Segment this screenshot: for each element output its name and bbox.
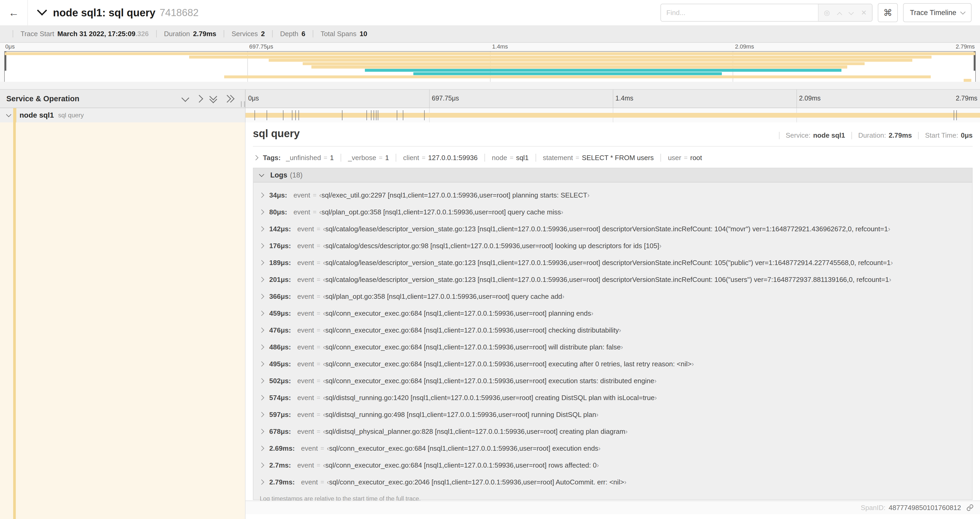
close-quote: › bbox=[596, 410, 598, 419]
trace-view-selector[interactable]: Trace Timeline bbox=[903, 3, 972, 22]
log-value: sql/catalog/lease/descriptor_version_sta… bbox=[325, 259, 891, 267]
divider bbox=[396, 154, 396, 162]
column-resizer-handle[interactable] bbox=[241, 101, 245, 107]
log-timestamp: 176μs: bbox=[269, 242, 291, 250]
tick-label: 2.79ms bbox=[956, 43, 975, 50]
open-quote: ‹ bbox=[323, 461, 325, 469]
logs-accordion: Logs (18) 34μs: event = ‹sql/exec_util.g… bbox=[253, 168, 973, 500]
span-tree-node[interactable]: node sql1 sql query bbox=[0, 108, 245, 122]
log-timestamp: 201μs: bbox=[269, 276, 291, 284]
find-input[interactable] bbox=[661, 4, 818, 21]
tag-item: user = root bbox=[668, 154, 702, 162]
tick-label: 0μs bbox=[5, 43, 15, 50]
span-timeline-cell[interactable] bbox=[245, 108, 980, 122]
log-marker bbox=[255, 110, 255, 120]
log-timestamp: 574μs: bbox=[269, 394, 291, 402]
log-entry[interactable]: 2.79ms: event = ‹sql/conn_executor_exec.… bbox=[253, 474, 972, 490]
log-timestamp: 459μs: bbox=[269, 309, 291, 318]
summary-label: Duration bbox=[164, 30, 190, 38]
log-timestamp: 2.69ms: bbox=[269, 444, 295, 452]
find-group: ◎ ✕ bbox=[660, 4, 872, 22]
collapse-one-chevron-down-icon[interactable] bbox=[183, 96, 188, 102]
minimap-canvas[interactable] bbox=[4, 51, 976, 83]
log-timestamp: 34μs: bbox=[269, 191, 287, 200]
trace-summary-item: Total Spans 10 bbox=[305, 30, 367, 38]
trace-view-selector-label: Trace Timeline bbox=[910, 9, 956, 17]
find-clear-icon[interactable]: ✕ bbox=[861, 9, 867, 16]
tick-label: 0μs bbox=[248, 94, 259, 102]
divider bbox=[484, 154, 485, 162]
equals-sign: = bbox=[317, 394, 320, 401]
row-chevron-down-icon[interactable] bbox=[6, 112, 11, 117]
log-entry[interactable]: 2.69ms: event = ‹sql/conn_executor_exec.… bbox=[253, 440, 972, 457]
log-entry[interactable]: 80μs: event = ‹sql/plan_opt.go:358 [nsql… bbox=[253, 204, 972, 220]
tick-label: 2.09ms bbox=[733, 43, 754, 50]
open-quote: ‹ bbox=[323, 276, 325, 284]
span-detail-title: sql query bbox=[253, 128, 300, 139]
log-marker bbox=[267, 110, 267, 120]
span-row[interactable]: node sql1 sql query bbox=[0, 108, 980, 122]
summary-label: Services bbox=[232, 30, 258, 38]
trace-summary-item: Depth 6 bbox=[265, 30, 305, 38]
summary-value-suffix: .326 bbox=[135, 30, 149, 38]
log-entry[interactable]: 597μs: event = ‹sql/distsql_running.go:4… bbox=[253, 406, 972, 423]
log-entry[interactable]: 176μs: event = ‹sql/catalog/descs/descri… bbox=[253, 237, 972, 254]
find-prev-chevron-up-icon[interactable] bbox=[838, 9, 842, 16]
log-entry[interactable]: 2.7ms: event = ‹sql/conn_executor_exec.g… bbox=[253, 457, 972, 474]
log-marker bbox=[342, 110, 342, 120]
log-timestamp: 476μs: bbox=[269, 326, 291, 334]
log-timestamp: 486μs: bbox=[269, 343, 291, 351]
divider bbox=[224, 30, 224, 37]
log-timestamp: 495μs: bbox=[269, 360, 291, 368]
find-next-chevron-down-icon[interactable] bbox=[850, 9, 853, 16]
minimap-span bbox=[312, 65, 847, 68]
timeline-ticks-header: 0μs 697.75μs 1.4ms 2.09ms 2.79ms bbox=[245, 89, 980, 108]
logs-header[interactable]: Logs (18) bbox=[253, 168, 972, 182]
log-entry[interactable]: 459μs: event = ‹sql/conn_executor_exec.g… bbox=[253, 305, 972, 322]
log-entry[interactable]: 678μs: event = ‹sql/distsql_physical_pla… bbox=[253, 423, 972, 440]
log-entry[interactable]: 201μs: event = ‹sql/catalog/lease/descri… bbox=[253, 271, 972, 288]
log-value: sql/catalog/lease/descriptor_version_sta… bbox=[325, 225, 888, 233]
close-quote: › bbox=[625, 428, 628, 436]
log-timestamp: 678μs: bbox=[269, 428, 291, 436]
minimap-span bbox=[413, 72, 722, 75]
meta-value: 0μs bbox=[961, 131, 973, 139]
open-quote: ‹ bbox=[323, 292, 325, 301]
collapse-all-double-chevron-down-icon[interactable] bbox=[210, 94, 216, 103]
divider bbox=[156, 30, 157, 37]
log-entry[interactable]: 34μs: event = ‹sql/exec_util.go:2297 [ns… bbox=[253, 187, 972, 204]
locate-icon[interactable]: ◎ bbox=[824, 9, 830, 16]
divider bbox=[536, 154, 536, 162]
log-entry[interactable]: 366μs: event = ‹sql/plan_opt.go:358 [nsq… bbox=[253, 288, 972, 305]
expand-all-double-chevron-right-icon[interactable] bbox=[224, 96, 234, 102]
equals-sign: = bbox=[317, 293, 320, 300]
log-chevron-right-icon bbox=[259, 361, 264, 367]
tag-key: client bbox=[403, 154, 419, 162]
log-marker bbox=[424, 110, 425, 120]
close-quote: › bbox=[889, 276, 891, 284]
log-entry[interactable]: 486μs: event = ‹sql/conn_executor_exec.g… bbox=[253, 339, 972, 356]
logs-title: Logs bbox=[270, 171, 287, 179]
log-value: sql/conn_executor_exec.go:684 [nsql1,cli… bbox=[325, 377, 654, 385]
back-button[interactable]: ← bbox=[0, 0, 28, 25]
minimap-span bbox=[224, 75, 931, 78]
keyboard-shortcuts-button[interactable]: ⌘ bbox=[878, 3, 898, 22]
tag-item: _unfinished = 1 bbox=[286, 154, 348, 162]
log-entry[interactable]: 476μs: event = ‹sql/conn_executor_exec.g… bbox=[253, 322, 972, 339]
tick-label: 2.79ms bbox=[956, 94, 977, 102]
log-marker bbox=[403, 110, 403, 120]
log-entry[interactable]: 142μs: event = ‹sql/catalog/lease/descri… bbox=[253, 220, 972, 237]
tag-value: root bbox=[690, 154, 702, 162]
log-entry[interactable]: 495μs: event = ‹sql/conn_executor_exec.g… bbox=[253, 356, 972, 372]
top-bar-actions: ◎ ✕ ⌘ Trace Timeline bbox=[660, 3, 972, 22]
collapse-trace-chevron-down-icon[interactable] bbox=[38, 8, 46, 18]
log-value: sql/conn_executor_exec.go:684 [nsql1,cli… bbox=[325, 326, 619, 334]
log-entry[interactable]: 574μs: event = ‹sql/distsql_running.go:1… bbox=[253, 389, 972, 406]
tags-accordion[interactable]: Tags: _unfinished = 1 _verbose = 1 clien… bbox=[253, 152, 973, 164]
deep-link-icon[interactable] bbox=[966, 504, 974, 511]
log-entry[interactable]: 502μs: event = ‹sql/conn_executor_exec.g… bbox=[253, 372, 972, 389]
log-entry[interactable]: 189μs: event = ‹sql/catalog/lease/descri… bbox=[253, 254, 972, 271]
chevron-down-icon bbox=[960, 9, 966, 14]
log-chevron-right-icon bbox=[259, 311, 264, 316]
expand-one-chevron-right-icon[interactable] bbox=[197, 96, 202, 102]
